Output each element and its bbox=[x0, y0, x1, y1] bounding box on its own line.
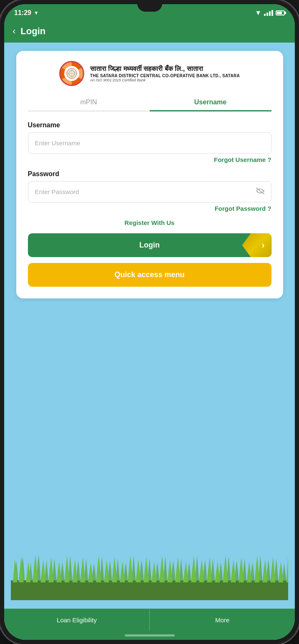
phone-frame: 11:29 ▼ ▼ ‹ Login bbox=[0, 0, 299, 644]
bank-logo-area: सातारा जिल्हा मध्यवर्ती सहकारी बँक लि., … bbox=[28, 61, 271, 86]
bank-name-marathi: सातारा जिल्हा मध्यवर्ती सहकारी बँक लि., … bbox=[90, 65, 240, 73]
forgot-username-link-wrapper: Forgot Username ? bbox=[28, 156, 271, 164]
bottom-nav: Loan Eligibility More bbox=[4, 609, 295, 631]
bank-text: सातारा जिल्हा मध्यवर्ती सहकारी बँक लि., … bbox=[90, 65, 240, 82]
back-button[interactable]: ‹ bbox=[13, 26, 15, 37]
grass-illustration bbox=[11, 298, 288, 600]
home-bar bbox=[125, 634, 175, 636]
bank-inner-logo bbox=[64, 66, 79, 81]
login-card: सातारा जिल्हा मध्यवर्ती सहकारी बँक लि., … bbox=[16, 51, 283, 298]
tab-username[interactable]: Username bbox=[150, 94, 271, 111]
toggle-password-icon[interactable] bbox=[256, 187, 265, 197]
quick-access-button[interactable]: Quick access menu bbox=[28, 263, 271, 287]
grass-area bbox=[11, 298, 288, 600]
tab-mpin[interactable]: mPIN bbox=[28, 94, 150, 111]
password-input[interactable] bbox=[28, 181, 271, 202]
bank-name-english: THE SATARA DISTRICT CENTRAL CO-OPERATIVE… bbox=[90, 73, 240, 78]
bank-iso-text: An ISO 9001:2015 Certified Bank bbox=[90, 78, 240, 82]
wifi-icon: ▼ bbox=[255, 9, 261, 17]
page-title: Login bbox=[20, 26, 45, 37]
register-link-wrapper: Register With Us bbox=[28, 219, 271, 227]
header: ‹ Login bbox=[4, 20, 295, 43]
forgot-password-link[interactable]: Forgot Password ? bbox=[215, 205, 271, 212]
main-content: सातारा जिल्हा मध्यवर्ती सहकारी बँक लि., … bbox=[4, 43, 295, 609]
quick-access-label: Quick access menu bbox=[114, 270, 184, 279]
login-tabs: mPIN Username bbox=[28, 94, 271, 111]
bank-emblem bbox=[59, 61, 84, 86]
arrow-right-icon: › bbox=[261, 240, 264, 251]
wifi-download-icon: ▼ bbox=[34, 10, 39, 16]
login-button-arrow: › bbox=[242, 233, 271, 257]
password-input-wrapper bbox=[28, 181, 271, 202]
battery-icon bbox=[276, 10, 285, 15]
notch bbox=[137, 0, 162, 12]
status-icons: ▼ bbox=[255, 9, 285, 17]
status-time: 11:29 ▼ bbox=[14, 9, 39, 17]
forgot-password-link-wrapper: Forgot Password ? bbox=[28, 205, 271, 212]
login-button-label: Login bbox=[139, 241, 160, 250]
phone-screen: 11:29 ▼ ▼ ‹ Login bbox=[4, 4, 295, 640]
home-indicator bbox=[4, 631, 295, 640]
password-label: Password bbox=[28, 170, 271, 178]
forgot-username-link[interactable]: Forgot Username ? bbox=[214, 156, 271, 163]
username-label: Username bbox=[28, 121, 271, 129]
register-link[interactable]: Register With Us bbox=[125, 219, 175, 226]
signal-icon bbox=[264, 10, 273, 16]
username-input[interactable] bbox=[28, 132, 271, 154]
nav-more[interactable]: More bbox=[149, 609, 295, 631]
time-text: 11:29 bbox=[14, 9, 31, 17]
nav-loan-eligibility[interactable]: Loan Eligibility bbox=[4, 609, 149, 631]
login-button[interactable]: Login › bbox=[28, 233, 271, 257]
svg-rect-3 bbox=[11, 581, 288, 601]
username-input-wrapper bbox=[28, 132, 271, 154]
